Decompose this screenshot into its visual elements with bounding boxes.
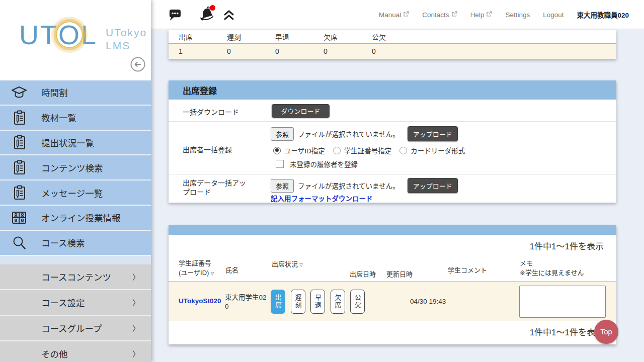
format-download-link[interactable]: 記入用フォーマットダウンロード [271,193,373,203]
status-excused-button[interactable]: 公欠 [350,290,365,314]
messages-button[interactable] [168,9,181,23]
external-link-icon [451,11,457,19]
sidebar-item-content-search[interactable]: コンテンツ検索 [0,155,151,180]
summary-value: 1 [169,47,227,55]
sidebar-group-label: コースグループ [41,322,102,334]
status-late-button[interactable]: 遅刻 [291,290,305,314]
register-unregistered-option: 未登録の履修者を登録 [276,159,358,169]
sidebar-collapse-button[interactable] [130,56,146,72]
upload-button[interactable]: アップロード [408,178,458,193]
chevron-right-icon: 〉 [132,297,140,308]
radio-dot [333,147,341,154]
browse-button[interactable]: 参照 [271,127,294,141]
speech-bubble-icon [168,15,181,23]
bell-icon [197,18,216,26]
utol-logo[interactable]: UTOL UTokyoLMS [19,21,147,53]
notifications-button[interactable] [197,5,216,26]
memo-textarea[interactable] [519,286,606,318]
download-button[interactable]: ダウンロード [272,104,330,118]
attendance-summary-table: 出席 遅刻 早退 欠席 公欠 1 0 0 0 0 [169,30,616,59]
col-update-time: 更新日時 [386,270,413,280]
radio-dot [273,147,281,154]
radio-card-reader-format[interactable]: カードリーダ形式 [399,145,465,155]
col-student-comment: 学生コメント [448,266,487,276]
sidebar-item-submission-status[interactable]: 提出状況一覧 [0,131,151,156]
double-chevron-up-icon [223,15,235,22]
status-early-leave-button[interactable]: 早退 [310,290,325,314]
status-absent-button[interactable]: 欠席 [331,290,345,314]
sidebar-group-label: その他 [41,347,68,360]
sidebar-group-course-settings[interactable]: コース設定 〉 [0,290,151,316]
table-header-bar [169,225,616,235]
sidebar-item-messages[interactable]: メッセージ一覧 [0,180,151,206]
sidebar-item-timetable[interactable]: 時間割 [0,80,151,106]
sidebar-item-label: 時間割 [41,86,68,99]
summary-col-header: 出席 [169,32,227,42]
panel-title: 出席登録 [169,80,616,100]
sidebar-item-course-search[interactable]: コース検索 [0,231,151,256]
sidebar-item-online-class-info[interactable]: オンライン授業情報 [0,206,151,231]
radio-student-card-number[interactable]: 学生証番号指定 [333,145,392,155]
register-format-radios: ユーザID指定 学生証番号指定 カードリーダ形式 [273,145,468,155]
summary-col-header: 早退 [275,32,324,42]
col-attendance-time: 出席日時 [350,270,376,280]
summary-col-header: 遅刻 [227,32,275,42]
sort-icon[interactable]: ▽ [210,271,214,276]
col-attendance-status[interactable]: 出席状況▽ [272,260,303,269]
help-link[interactable]: Help [470,11,493,19]
status-present-button[interactable]: 出席 [271,290,285,314]
attendance-data-upload-row: 出席データ一括アップロード 参照 ファイルが選択されていません。 アップロード … [169,174,616,203]
chevron-right-icon: 〉 [132,272,140,282]
col-memo: メモ※学生には見えません [520,259,584,278]
sidebar-item-label: オンライン授業情報 [41,211,121,224]
collapse-header-button[interactable] [223,10,235,22]
attendee-bulk-label: 出席者一括登録 [183,144,232,154]
unregistered-checkbox-label: 未登録の履修者を登録 [290,159,358,169]
data-file-line: 参照 ファイルが選択されていません。 アップロード [271,178,458,193]
sidebar-group-course-group[interactable]: コースグループ 〉 [0,316,151,341]
sidebar-item-label: メッセージ一覧 [41,187,103,199]
back-arrow-icon [130,66,146,74]
people-grid-icon [11,210,27,226]
sidebar-item-materials[interactable]: 教材一覧 [0,106,151,131]
update-time-value: 04/30 19:43 [410,298,446,305]
sidebar-group-others[interactable]: その他 〉 [0,341,151,362]
student-id-link[interactable]: UTokyoSt020 [179,297,221,305]
summary-header-row: 出席 遅刻 早退 欠席 公欠 [169,30,616,44]
main-content: 出席 遅刻 早退 欠席 公欠 1 0 0 0 0 出席登録 一括ダウンロード ダ… [151,30,644,362]
top-bar: Manual Contacts Help Settings Logout 東大用… [151,0,644,29]
logout-link[interactable]: Logout [543,11,564,19]
radio-user-id[interactable]: ユーザID指定 [273,145,325,155]
sort-icon[interactable]: ▽ [299,262,303,267]
summary-value: 0 [275,47,324,55]
sidebar-item-label: コンテンツ検索 [41,161,103,174]
attendance-registration-panel: 出席登録 一括ダウンロード ダウンロード 出席者一括登録 参照 ファイルが選択さ… [169,80,616,203]
data-upload-label: 出席データ一括アップロード [183,179,252,197]
clipboard-icon [11,110,27,126]
contacts-link[interactable]: Contacts [422,11,457,19]
summary-col-header: 公欠 [372,32,420,42]
unregistered-checkbox[interactable] [276,160,284,168]
clipboard-icon [11,134,27,150]
no-file-selected-text: ファイルが選択されていません。 [298,180,399,191]
sidebar: UTOL UTokyoLMS 時間割 教材一覧 提出状況一覧 [0,0,151,362]
logo-rings-decoration [57,22,82,47]
notification-dot [210,5,215,11]
browse-button[interactable]: 参照 [271,179,294,193]
settings-link[interactable]: Settings [505,11,530,19]
attendee-bulk-register-row: 出席者一括登録 参照 ファイルが選択されていません。 アップロード ユーザID指… [169,122,616,174]
result-count-text: 1件中1〜1件を表示 [169,235,616,255]
sidebar-group-course-contents[interactable]: コースコンテンツ 〉 [0,264,151,290]
summary-value-row: 1 0 0 0 0 [169,44,616,59]
manual-link[interactable]: Manual [379,11,409,19]
scroll-to-top-button[interactable]: Top [594,320,618,344]
attendance-list-table: 1件中1〜1件を表示 学生証番号(ユーザID)▽ 氏名 出席状況▽ 出席日時 更… [169,225,616,344]
upload-button[interactable]: アップロード [408,126,458,141]
summary-value: 0 [227,47,275,55]
attendee-file-line: 参照 ファイルが選択されていません。 アップロード [271,126,458,141]
external-link-icon [486,11,492,19]
external-link-icon [403,11,409,19]
col-student-id[interactable]: 学生証番号(ユーザID)▽ [179,259,214,278]
list-header-row: 学生証番号(ユーザID)▽ 氏名 出席状況▽ 出席日時 更新日時 学生コメント … [169,255,616,282]
bulk-download-row: 一括ダウンロード ダウンロード [169,100,616,122]
